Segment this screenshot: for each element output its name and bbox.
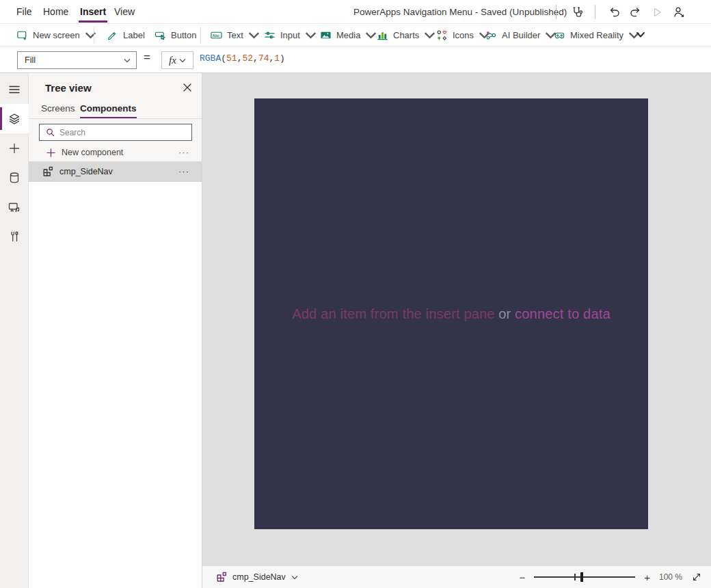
top-menu-bar: File Home Insert View PowerApps Navigati… xyxy=(0,0,711,24)
button-label: Button xyxy=(171,30,197,40)
app-canvas[interactable]: Add an item from the insert paneorconnec… xyxy=(254,98,648,529)
chevron-down-icon xyxy=(365,29,377,41)
icons-dropdown[interactable]: Icons xyxy=(436,24,490,46)
charts-dropdown[interactable]: Charts xyxy=(377,24,435,46)
svg-text:Abc: Abc xyxy=(213,33,219,37)
insert-ribbon: New screen Label Button Abc Text Input M… xyxy=(0,24,711,46)
mixed-reality-label: Mixed Reality xyxy=(570,30,623,40)
ai-builder-label: AI Builder xyxy=(502,30,540,40)
component-icon xyxy=(42,166,53,177)
separator xyxy=(556,5,556,19)
rail-advanced-tools-button[interactable] xyxy=(0,222,29,251)
screen-media-icon xyxy=(8,200,21,214)
formula-token: ( xyxy=(221,53,226,64)
component-breadcrumb-dropdown[interactable]: cmp_SideNav xyxy=(216,566,298,588)
tab-screens[interactable]: Screens xyxy=(41,103,75,113)
play-preview-icon[interactable] xyxy=(650,5,664,19)
more-options-icon[interactable]: ··· xyxy=(178,149,189,156)
media-image-icon xyxy=(320,29,332,41)
fx-label: fx xyxy=(169,55,176,66)
separator xyxy=(595,5,595,19)
chevron-down-icon xyxy=(179,58,186,63)
zoom-level-value: 100 % xyxy=(659,572,682,582)
app-title: PowerApps Navigation Menu - Saved (Unpub… xyxy=(353,0,567,24)
search-input[interactable] xyxy=(59,128,191,137)
tree-item-cmp-sidenav[interactable]: cmp_SideNav ··· xyxy=(29,161,202,182)
separator xyxy=(94,27,94,44)
new-screen-button[interactable]: New screen xyxy=(16,24,96,46)
chevron-down-icon xyxy=(85,29,96,41)
label-button[interactable]: Label xyxy=(107,24,145,46)
rail-data-button[interactable] xyxy=(0,163,29,192)
undo-icon[interactable] xyxy=(608,5,621,19)
chevron-down-icon xyxy=(424,29,435,41)
more-options-icon[interactable]: ··· xyxy=(178,168,189,175)
mixed-reality-icon xyxy=(554,29,565,41)
button-button[interactable]: Button xyxy=(155,24,197,46)
zoom-slider[interactable] xyxy=(534,572,635,583)
zoom-slider-thumb[interactable] xyxy=(580,572,583,582)
ai-builder-dropdown[interactable]: AI Builder xyxy=(485,24,556,46)
rail-tree-view-button[interactable] xyxy=(0,104,29,133)
share-user-icon[interactable] xyxy=(672,5,686,19)
charts-label: Charts xyxy=(393,30,419,40)
ribbon-expand-chevron-icon[interactable] xyxy=(634,29,647,41)
connect-to-data-link[interactable]: connect to data xyxy=(515,306,611,321)
zoom-out-button[interactable]: − xyxy=(519,572,525,583)
formula-token: 52 xyxy=(242,53,253,64)
charts-bar-icon xyxy=(377,29,388,41)
label-label: Label xyxy=(123,30,145,40)
input-sliders-icon xyxy=(264,29,276,41)
zoom-in-button[interactable]: + xyxy=(644,572,650,583)
fx-dropdown[interactable]: fx xyxy=(161,51,193,69)
layers-icon xyxy=(8,112,21,126)
media-dropdown[interactable]: Media xyxy=(320,24,377,46)
search-box[interactable] xyxy=(39,124,192,141)
formula-token: 1 xyxy=(274,53,280,64)
new-component-button[interactable]: New component ··· xyxy=(29,144,202,161)
zoom-slider-tick xyxy=(574,574,576,580)
rail-menu-button[interactable] xyxy=(0,75,29,104)
icons-glyphs-icon xyxy=(436,29,448,41)
tree-view-tabs: Screens Components xyxy=(29,103,202,119)
property-selector[interactable]: Fill xyxy=(17,51,137,69)
hamburger-icon xyxy=(8,83,21,96)
tools-icon xyxy=(8,230,21,243)
tab-components[interactable]: Components xyxy=(80,103,137,113)
menu-file[interactable]: File xyxy=(16,0,32,23)
panel-title: Tree view xyxy=(45,82,92,94)
close-icon[interactable] xyxy=(183,83,192,92)
formula-input[interactable]: RGBA(51,52,74,1) xyxy=(200,53,285,64)
app-checker-icon[interactable] xyxy=(570,5,584,19)
empty-canvas-hint: Add an item from the insert paneorconnec… xyxy=(292,306,611,322)
formula-token: RGBA xyxy=(200,53,221,64)
new-screen-label: New screen xyxy=(33,30,80,40)
plus-icon xyxy=(8,142,21,155)
ai-builder-icon xyxy=(485,29,497,41)
component-icon xyxy=(216,572,227,583)
chevron-down-icon xyxy=(124,58,131,63)
menu-view[interactable]: View xyxy=(114,0,135,23)
chevron-down-icon xyxy=(291,575,298,580)
menu-home[interactable]: Home xyxy=(43,0,68,23)
new-component-label: New component xyxy=(62,148,123,157)
plus-icon xyxy=(46,148,55,157)
text-dropdown[interactable]: Abc Text xyxy=(211,24,260,46)
menu-insert[interactable]: Insert xyxy=(80,0,106,23)
formula-bar: Fill = fx RGBA(51,52,74,1) xyxy=(0,46,711,73)
fit-to-window-icon[interactable] xyxy=(691,572,702,583)
rail-insert-button[interactable] xyxy=(0,133,29,163)
separator xyxy=(200,27,201,44)
status-bar: cmp_SideNav − + 100 % xyxy=(202,566,711,588)
rail-media-button[interactable] xyxy=(0,192,29,222)
text-abc-icon: Abc xyxy=(211,29,222,41)
selected-component-name: cmp_SideNav xyxy=(232,572,286,582)
chevron-down-icon xyxy=(305,29,317,41)
input-dropdown[interactable]: Input xyxy=(264,24,317,46)
insert-pane-link[interactable]: Add an item from the insert pane xyxy=(292,306,495,321)
mixed-reality-dropdown[interactable]: Mixed Reality xyxy=(554,24,640,46)
redo-icon[interactable] xyxy=(628,5,642,19)
tree-view-panel: Tree view Screens Components New compone… xyxy=(29,73,202,588)
zoom-slider-track[interactable] xyxy=(534,576,635,578)
hint-or-text: or xyxy=(498,306,511,321)
